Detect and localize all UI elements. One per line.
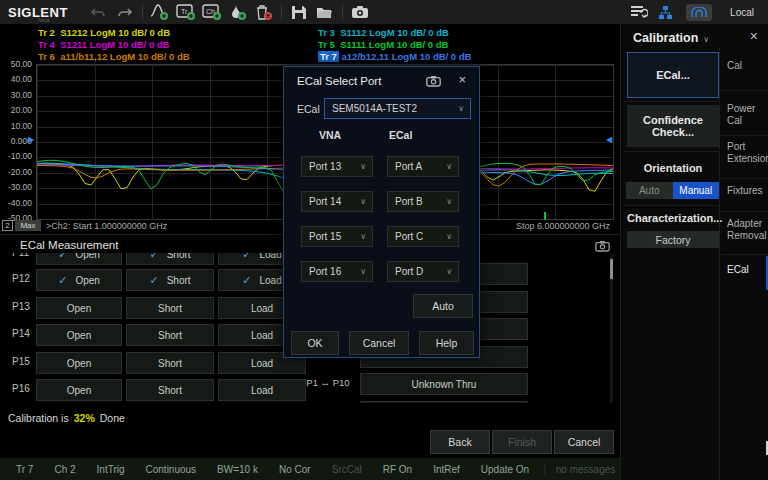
ecal-port-select[interactable]: Port C∨ xyxy=(387,226,459,247)
tab-divider xyxy=(721,254,768,255)
top-toolbar: SIGLENTbeta Tr Ch xyxy=(0,0,768,24)
add-function-button[interactable] xyxy=(147,1,173,23)
ecal-port-select[interactable]: Port D∨ xyxy=(387,261,459,282)
orientation-auto-option[interactable]: Auto xyxy=(626,182,673,199)
status-divider: | xyxy=(543,464,546,475)
camera-icon xyxy=(351,5,369,19)
vna-port-select[interactable]: Port 16∨ xyxy=(301,261,373,282)
delete-button[interactable] xyxy=(251,1,277,23)
calibration-sidebar: Calibration∨ × ECal... Confidence Check.… xyxy=(620,24,768,480)
redo-icon xyxy=(117,6,132,19)
chevron-down-icon: ∨ xyxy=(446,232,452,241)
add-channel-button[interactable]: Ch xyxy=(199,1,225,23)
sidebar-title[interactable]: Calibration∨ xyxy=(633,31,709,45)
ecal-port-select[interactable]: Port B∨ xyxy=(387,191,459,212)
tab-cal[interactable]: Cal xyxy=(727,60,767,72)
finish-button[interactable]: Finish xyxy=(492,430,552,454)
marker-add-icon xyxy=(229,4,247,21)
tab-fixtures[interactable]: Fixtures xyxy=(727,185,767,197)
confidence-check-button[interactable]: Confidence Check... xyxy=(627,105,719,147)
thru-row: P1 ↔ P10 Unknown Thru xyxy=(0,373,606,395)
add-marker-button[interactable] xyxy=(225,1,251,23)
section-camera-icon[interactable] xyxy=(595,240,610,252)
chevron-down-icon: ∨ xyxy=(360,162,366,171)
status-rf: RF On xyxy=(383,464,412,475)
thru-row xyxy=(0,401,606,403)
y-axis-tick: -40.00 xyxy=(8,198,32,208)
status-trace: Tr 7 xyxy=(16,464,33,475)
tab-port-extension[interactable]: Port Extension xyxy=(727,141,767,165)
sidebar-divider xyxy=(624,205,718,206)
dialog-cancel-button[interactable]: Cancel xyxy=(349,331,409,355)
y-axis-tick: -20.00 xyxy=(8,167,32,177)
toolbar-divider xyxy=(342,5,343,19)
legend-trace-7-active[interactable]: Tr 7 a12/b12,11 LogM 10 dB/ 0 dB xyxy=(318,51,471,62)
ecal-button[interactable]: ECal... xyxy=(627,52,719,98)
characterization-label[interactable]: Characterization... xyxy=(627,212,719,224)
tab-adapter-removal[interactable]: Adapter Removal xyxy=(727,218,767,242)
orientation-label: Orientation xyxy=(627,162,719,174)
status-srccal: SrcCal xyxy=(332,464,362,475)
chevron-down-icon: ∨ xyxy=(446,197,452,206)
ecal-module-select[interactable]: SEM5014A-TEST2∨ xyxy=(324,98,471,119)
ecal-column-header: ECal xyxy=(389,129,412,141)
save-button[interactable] xyxy=(286,1,312,23)
local-mode-label[interactable]: Local xyxy=(730,7,754,18)
y-axis-tick: 40.00 xyxy=(11,74,32,84)
network-button[interactable] xyxy=(652,1,678,23)
tab-divider xyxy=(721,90,768,91)
trace-add-icon: Tr xyxy=(176,4,196,21)
ecal-port-select[interactable]: Port A∨ xyxy=(387,156,459,177)
start-frequency-label: >Ch2: Start 1.000000000 GHz xyxy=(46,221,167,231)
channel-max-badge[interactable]: Max xyxy=(15,220,41,231)
status-reference: IntRef xyxy=(433,464,460,475)
dialog-camera-icon[interactable] xyxy=(426,75,441,87)
trash-delete-icon xyxy=(254,4,273,21)
legend-trace-3[interactable]: Tr 3 S1112 LogM 10 dB/ 0 dB xyxy=(318,27,449,38)
open-file-button[interactable] xyxy=(312,1,338,23)
tab-divider xyxy=(721,135,768,136)
check-icon: ✓ xyxy=(58,253,67,261)
touch-bridge-icon xyxy=(691,7,707,18)
legend-trace-4[interactable]: Tr 4 S1211 LogM 10 dB/ 0 dB xyxy=(38,39,169,50)
status-trigger: IntTrig xyxy=(97,464,125,475)
status-bandwidth: BW=10 k xyxy=(217,464,258,475)
tab-power-cal[interactable]: Power Cal xyxy=(727,103,767,127)
table-scrollbar[interactable] xyxy=(610,255,613,403)
vna-port-select[interactable]: Port 15∨ xyxy=(301,226,373,247)
chevron-down-icon: ∨ xyxy=(360,267,366,276)
port-label: P11 xyxy=(12,253,29,258)
legend-trace-2[interactable]: Tr 2 S1212 LogM 10 dB/ 0 dB xyxy=(38,27,170,38)
sidebar-divider-vertical xyxy=(719,48,720,480)
orientation-manual-option[interactable]: Manual xyxy=(673,182,720,199)
back-button[interactable]: Back xyxy=(430,430,490,454)
legend-trace-5[interactable]: Tr 5 S1111 LogM 10 dB/ 0 dB xyxy=(318,39,448,50)
channel-number-badge[interactable]: 2 xyxy=(2,220,13,231)
screenshot-button[interactable] xyxy=(347,1,373,23)
redo-button[interactable] xyxy=(112,1,138,23)
dialog-close-button[interactable]: × xyxy=(458,72,466,87)
sequence-button[interactable] xyxy=(626,1,652,23)
y-axis-tick: 50.00 xyxy=(11,59,32,69)
touchscreen-toggle[interactable] xyxy=(686,4,712,21)
factory-select[interactable]: Factory xyxy=(627,231,719,248)
legend-trace-6[interactable]: Tr 6 a11/b11,12 LogM 10 dB/ 0 dB xyxy=(38,51,190,62)
auto-button[interactable]: Auto xyxy=(413,294,473,318)
status-correction: No Cor xyxy=(279,464,311,475)
undo-button[interactable] xyxy=(86,1,112,23)
lan-network-icon xyxy=(658,5,673,20)
ok-button[interactable]: OK xyxy=(291,331,339,355)
vna-port-select[interactable]: Port 14∨ xyxy=(301,191,373,212)
vna-port-select[interactable]: Port 13∨ xyxy=(301,156,373,177)
thru-button[interactable] xyxy=(360,401,528,403)
add-trace-button[interactable]: Tr xyxy=(173,1,199,23)
scrollbar-thumb[interactable] xyxy=(610,259,613,279)
unknown-thru-button[interactable]: Unknown Thru xyxy=(360,373,528,395)
svg-text:Tr: Tr xyxy=(181,8,188,15)
check-icon: ✓ xyxy=(149,253,158,261)
sidebar-close-button[interactable]: × xyxy=(750,28,758,44)
help-button[interactable]: Help xyxy=(419,331,474,355)
y-axis-tick: 20.00 xyxy=(11,105,32,115)
tab-ecal-active[interactable]: ECal xyxy=(727,264,767,276)
cancel-button[interactable]: Cancel xyxy=(554,430,614,454)
